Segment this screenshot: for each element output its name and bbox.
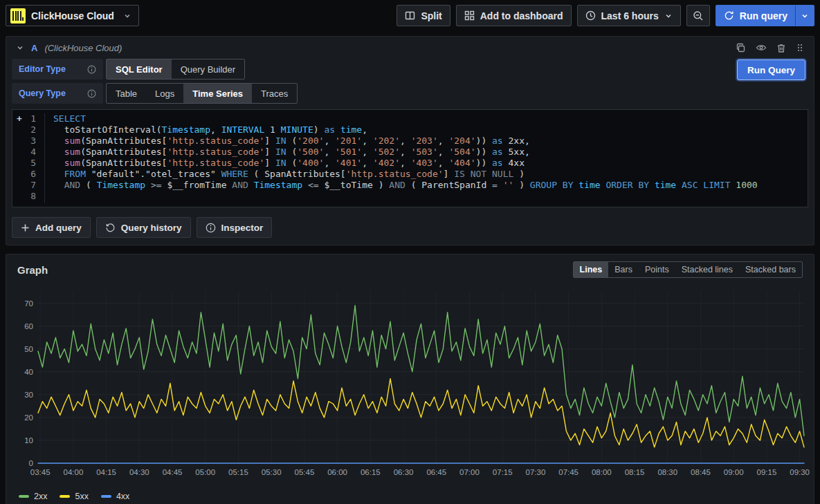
run-query-split-button[interactable]: Run query (716, 5, 814, 26)
expand-plus-icon[interactable]: + (17, 113, 22, 124)
svg-text:08:30: 08:30 (657, 468, 677, 476)
run-query-label: Run query (740, 10, 787, 21)
svg-text:05:15: 05:15 (228, 468, 248, 476)
line-number: 7 (12, 180, 44, 191)
editor-type-row: Editor Type SQL EditorQuery Builder Run … (12, 59, 808, 80)
plus-icon (21, 223, 30, 232)
graph-canvas[interactable]: 01020304050607003:4504:0004:1504:3004:45… (17, 282, 810, 487)
datasource-picker[interactable]: ClickHouse Cloud (6, 5, 139, 26)
query-type-option-logs[interactable]: Logs (146, 84, 183, 103)
line-number: 8 (12, 191, 44, 202)
graph-style-option-points[interactable]: Points (639, 262, 675, 277)
svg-text:06:15: 06:15 (361, 468, 381, 476)
run-query-caret[interactable] (795, 6, 814, 26)
sql-line[interactable]: FROM "default"."otel_traces" WHERE ( Spa… (53, 169, 808, 180)
graph-style-toggle: LinesBarsPointsStacked linesStacked bars (573, 261, 803, 278)
sql-line[interactable]: SELECT (53, 113, 808, 124)
sql-line[interactable]: sum(SpanAttributes['http.status_code'] I… (53, 158, 808, 169)
query-type-option-table[interactable]: Table (107, 84, 146, 103)
sql-code[interactable]: SELECT toStartOfInterval(Timestamp, INTE… (44, 113, 808, 203)
svg-text:05:30: 05:30 (262, 468, 282, 476)
sync-icon (724, 10, 734, 21)
line-number: 6 (12, 169, 44, 180)
sql-line[interactable]: sum(SpanAttributes['http.status_code'] I… (53, 147, 808, 158)
editor-type-label: Editor Type (12, 59, 103, 80)
legend-swatch-icon (60, 495, 70, 498)
timeseries-chart[interactable]: 01020304050607003:4504:0004:1504:3004:45… (12, 281, 808, 489)
query-type-option-traces[interactable]: Traces (252, 84, 297, 103)
delete-query-trash-icon[interactable] (776, 43, 786, 53)
add-to-dashboard-label: Add to dashboard (480, 10, 563, 21)
query-history-label: Query history (121, 223, 182, 233)
inspector-label: Inspector (221, 223, 264, 233)
info-icon[interactable] (87, 89, 96, 98)
svg-text:05:45: 05:45 (295, 468, 315, 476)
sql-line[interactable]: toStartOfInterval(Timestamp, INTERVAL 1 … (53, 124, 808, 136)
line-number: 2 (12, 124, 44, 136)
legend-swatch-icon (19, 495, 29, 498)
line-number: 3 (12, 136, 44, 147)
svg-text:10: 10 (24, 436, 33, 445)
svg-text:04:30: 04:30 (129, 468, 149, 476)
svg-text:07:30: 07:30 (526, 468, 546, 476)
svg-text:04:15: 04:15 (96, 468, 116, 476)
graph-legend: 2xx5xx4xx (12, 489, 808, 504)
collapse-query-icon[interactable] (16, 44, 24, 52)
graph-style-option-bars[interactable]: Bars (608, 262, 639, 277)
legend-label: 4xx (116, 492, 129, 501)
zoom-out-icon (693, 10, 704, 21)
hide-response-eye-icon[interactable] (756, 42, 767, 53)
svg-text:20: 20 (24, 413, 33, 422)
time-range-picker[interactable]: Last 6 hours (577, 5, 681, 26)
svg-text:40: 40 (24, 368, 33, 376)
info-icon[interactable] (87, 65, 96, 74)
add-to-dashboard-button[interactable]: Add to dashboard (456, 5, 572, 26)
svg-text:07:45: 07:45 (558, 468, 578, 476)
graph-panel: Graph LinesBarsPointsStacked linesStacke… (6, 254, 814, 504)
explore-content: A (ClickHouse Cloud) Editor Typ (0, 31, 820, 504)
graph-style-option-stacked-lines[interactable]: Stacked lines (675, 262, 739, 277)
svg-text:60: 60 (24, 322, 33, 330)
svg-text:30: 30 (24, 391, 33, 399)
sql-line[interactable]: AND ( Timestamp >= $__fromTime AND Times… (53, 180, 808, 191)
query-type-toggle: TableLogsTime SeriesTraces (106, 83, 298, 104)
svg-text:50: 50 (24, 345, 33, 353)
svg-text:04:45: 04:45 (163, 468, 183, 476)
inspector-button[interactable]: Inspector (197, 217, 273, 238)
datasource-name: ClickHouse Cloud (31, 10, 118, 21)
legend-item-5xx[interactable]: 5xx (60, 492, 88, 501)
graph-style-option-stacked-bars[interactable]: Stacked bars (739, 262, 802, 277)
svg-text:03:45: 03:45 (30, 468, 51, 476)
query-type-option-time-series[interactable]: Time Series (183, 84, 252, 103)
graph-style-option-lines[interactable]: Lines (574, 262, 609, 277)
legend-swatch-icon (101, 495, 111, 498)
query-datasource-hint: (ClickHouse Cloud) (44, 43, 122, 53)
svg-text:06:00: 06:00 (327, 468, 347, 476)
clock-icon (585, 10, 596, 21)
query-row-actions (736, 42, 804, 53)
add-query-button[interactable]: Add query (12, 217, 91, 238)
chevron-down-icon (664, 12, 673, 20)
info-circle-icon (206, 223, 216, 233)
topbar: ClickHouse Cloud Split Add to dashboard … (0, 0, 820, 31)
line-number: 5 (12, 158, 44, 169)
drag-handle-icon[interactable] (796, 43, 804, 53)
sql-line[interactable] (53, 191, 808, 202)
query-type-row: Query Type TableLogsTime SeriesTraces (12, 83, 808, 104)
zoom-out-button[interactable] (686, 5, 710, 26)
sql-line[interactable]: sum(SpanAttributes['http.status_code'] I… (53, 136, 808, 147)
svg-text:04:00: 04:00 (64, 468, 84, 476)
clickhouse-logo-icon (10, 8, 26, 24)
duplicate-query-icon[interactable] (736, 43, 746, 53)
svg-text:05:00: 05:00 (195, 468, 215, 476)
svg-text:06:45: 06:45 (426, 468, 446, 476)
run-query-button[interactable]: Run Query (737, 59, 805, 80)
legend-item-4xx[interactable]: 4xx (101, 492, 129, 501)
sql-code-editor[interactable]: +12345678 SELECT toStartOfInterval(Times… (12, 109, 808, 207)
editor-type-option-sql-editor[interactable]: SQL Editor (107, 59, 172, 79)
split-button[interactable]: Split (397, 5, 450, 26)
graph-panel-header: Graph LinesBarsPointsStacked linesStacke… (12, 260, 808, 281)
editor-type-option-query-builder[interactable]: Query Builder (172, 59, 244, 79)
query-history-button[interactable]: Query history (96, 217, 191, 238)
legend-item-2xx[interactable]: 2xx (19, 492, 47, 501)
